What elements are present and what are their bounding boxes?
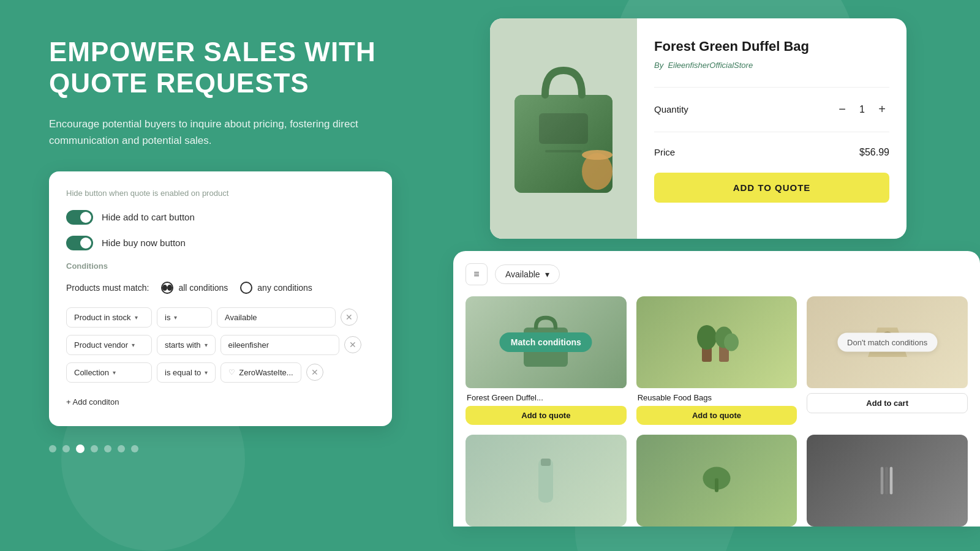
svg-rect-19 [889,467,892,495]
add-condition-button[interactable]: + Add conditon [66,395,119,409]
page-title: EMPOWER SALES WITH QUOTE REQUESTS [49,37,478,99]
product-grid: Match conditions Forest Green Duffel... … [466,296,968,527]
condition-2-value[interactable] [221,335,339,355]
quantity-decrease-button[interactable]: − [835,102,850,117]
settings-panel: Hide button when quote is enabled on pro… [49,171,392,426]
remove-condition-2-button[interactable]: ✕ [344,336,361,353]
divider-2 [654,132,889,132]
radio-all-conditions[interactable]: all conditions [161,282,228,294]
condition-2-field[interactable]: Product vendor ▾ [66,335,152,355]
grid-item-4 [466,435,627,527]
chevron-down-icon: ▾ [205,342,208,348]
panel-header: Hide button when quote is enabled on pro… [66,189,375,198]
grid-item-6-image [807,435,968,527]
condition-3-value[interactable]: ♡ ZeroWasteIte... [221,362,301,383]
grid-item-3: Don't match conditions Add to cart [807,296,968,425]
left-section: EMPOWER SALES WITH QUOTE REQUESTS Encour… [49,37,478,426]
herbs-icon [698,462,735,499]
quantity-row: Quantity − 1 + [654,102,889,117]
available-filter-label: Available [505,269,540,279]
condition-row-3: Collection ▾ is equal to ▾ ♡ ZeroWasteIt… [66,362,375,383]
product-store: By EileenfisherOfficialStore [654,61,889,70]
remove-condition-3-button[interactable]: ✕ [306,364,323,381]
grid-item-2: Reusable Food Bags Add to quote [636,296,797,425]
svg-rect-17 [880,467,883,495]
dot-1[interactable] [49,445,56,452]
toggle-row-2: Hide buy now button [66,236,375,250]
grid-item-5 [636,435,797,527]
bottle-icon [530,456,561,505]
condition-1-field[interactable]: Product in stock ▾ [66,307,152,328]
available-filter-dropdown[interactable]: Available ▾ [495,264,560,284]
dot-5[interactable] [104,445,111,452]
grid-item-4-image [466,435,627,527]
condition-3-operator[interactable]: is equal to ▾ [157,362,216,383]
toggle-hide-buy-label: Hide buy now button [102,238,186,248]
grid-item-5-image [636,435,797,527]
svg-rect-2 [539,113,588,144]
right-section: Forest Green Duffel Bag By EileenfisherO… [453,18,980,527]
condition-1-value[interactable] [217,307,336,328]
product-image [508,58,619,199]
toggle-hide-cart-label: Hide add to cart button [102,212,195,222]
remove-condition-1-button[interactable]: ✕ [341,309,358,326]
grid-item-3-action-button[interactable]: Add to cart [807,393,968,413]
filter-icon: ≡ [473,269,479,280]
price-value: $56.99 [859,147,889,158]
dot-2[interactable] [62,445,70,452]
add-to-quote-button[interactable]: ADD TO QUOTE [654,173,889,203]
grid-item-1-image: Match conditions [466,296,627,388]
svg-point-5 [582,150,612,160]
quantity-control: − 1 + [835,102,889,117]
svg-point-8 [697,325,717,350]
radio-any-circle [240,282,252,294]
dot-3-active[interactable] [76,444,85,453]
chevron-down-icon: ▾ [545,269,549,279]
filter-icon-button[interactable]: ≡ [466,263,488,285]
conditions-section-label: Conditions [66,261,375,271]
dot-6[interactable] [118,445,125,452]
condition-1-operator[interactable]: is ▾ [157,307,212,328]
chevron-down-icon: ▾ [174,314,177,321]
grid-item-1-action-button[interactable]: Add to quote [466,406,627,425]
match-label: Products must match: [66,283,149,293]
dot-4[interactable] [91,445,98,452]
product-grid-section: ≡ Available ▾ Match conditions Forest Gr… [453,251,980,527]
product-detail-card: Forest Green Duffel Bag By EileenfisherO… [490,18,907,239]
svg-rect-3 [545,150,582,152]
page-subtitle: Encourage potential buyers to inquire ab… [49,116,392,149]
quantity-label: Quantity [654,104,688,114]
utensils-icon [869,462,906,499]
condition-3-field[interactable]: Collection ▾ [66,362,152,383]
chevron-down-icon: ▾ [132,342,135,348]
quantity-value: 1 [859,104,865,115]
condition-2-operator[interactable]: starts with ▾ [157,335,216,355]
svg-point-11 [724,334,739,351]
grid-item-6 [807,435,968,527]
match-row: Products must match: all conditions any … [66,282,375,294]
grid-item-2-name: Reusable Food Bags [636,393,797,402]
svg-rect-14 [541,459,551,466]
grid-item-2-image [636,296,797,388]
toggle-hide-cart[interactable] [66,210,93,225]
store-name: EileenfisherOfficialStore [668,61,753,70]
no-match-conditions-badge: Don't match conditions [837,333,937,352]
grid-item-1-name: Forest Green Duffel... [466,393,627,402]
product-info: Forest Green Duffel Bag By EileenfisherO… [637,18,907,239]
quantity-increase-button[interactable]: + [875,102,889,117]
grid-item-2-action-button[interactable]: Add to quote [636,406,797,425]
plants-icon [692,312,741,373]
condition-row-2: Product vendor ▾ starts with ▾ ✕ [66,335,375,355]
grid-item-1: Match conditions Forest Green Duffel... … [466,296,627,425]
svg-rect-18 [885,467,888,495]
chevron-down-icon: ▾ [113,369,116,376]
toggle-row-1: Hide add to cart button [66,210,375,225]
toggle-hide-buy[interactable] [66,236,93,250]
radio-all-circle [161,282,173,294]
dot-7[interactable] [131,445,138,452]
radio-any-conditions[interactable]: any conditions [240,282,312,294]
condition-row-1: Product in stock ▾ is ▾ ✕ [66,307,375,328]
svg-rect-16 [715,478,718,492]
chevron-down-icon: ▾ [135,314,138,321]
radio-all-label: all conditions [178,283,228,293]
